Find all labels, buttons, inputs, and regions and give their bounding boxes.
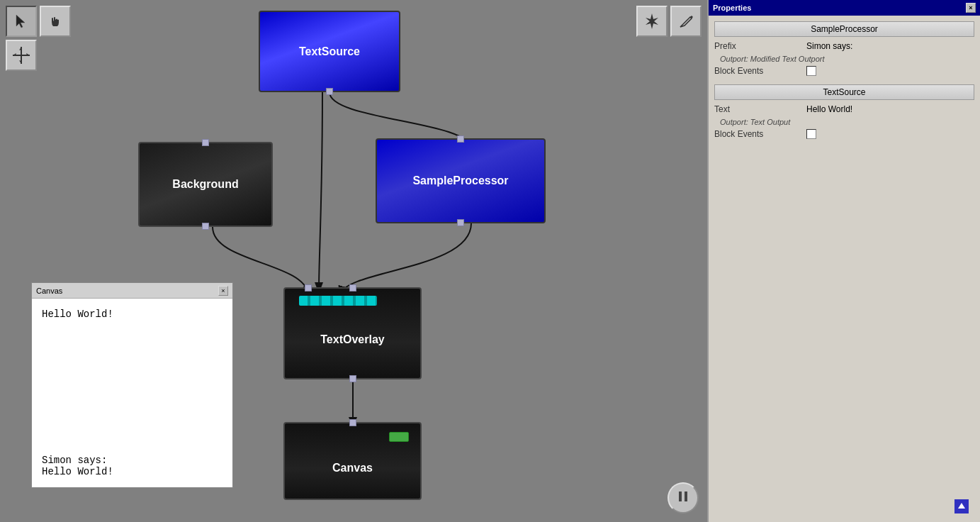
canvas-preview-close-button[interactable]: ×	[218, 286, 228, 296]
pencil-icon	[677, 13, 694, 30]
svg-marker-0	[16, 15, 25, 28]
svg-marker-7	[646, 13, 658, 29]
canvas-preview-top-text: Hello World!	[42, 309, 223, 320]
textoverlay-label: TextOverlay	[320, 333, 384, 346]
properties-titlebar: Properties ×	[709, 0, 980, 16]
select-tool-button[interactable]	[6, 6, 37, 37]
textoverlay-bottom-connector[interactable]	[349, 375, 356, 382]
svg-marker-10	[958, 503, 965, 509]
canvas-preview-content: Hello World! Simon says:Hello World!	[32, 299, 232, 487]
sampleprocessor-node[interactable]: SampleProcessor	[376, 138, 546, 223]
textoverlay-top-mid-connector[interactable]	[349, 284, 356, 291]
arrow-icon	[13, 13, 29, 29]
background-node[interactable]: Background	[138, 142, 273, 227]
canvas-preview-title-label: Canvas	[36, 287, 62, 295]
canvas-area: TextSource Background SampleProcessor Te…	[0, 0, 707, 522]
textoverlay-node[interactable]: TextOverlay	[283, 287, 422, 379]
textsource-section-header: TextSource	[714, 84, 974, 100]
canvas-label: Canvas	[332, 462, 373, 474]
canvas-green-button[interactable]	[389, 432, 409, 442]
canvas-node[interactable]: Canvas	[283, 422, 422, 500]
pencil-tool-button[interactable]	[670, 6, 702, 37]
text-row: Text Hello World!	[714, 104, 974, 114]
text-label: Text	[714, 104, 806, 114]
properties-title: Properties	[713, 4, 751, 12]
star-tool-button[interactable]	[636, 6, 668, 37]
outport-text-label: Outport: Text Output	[720, 118, 974, 126]
properties-panel: Properties × SampleProcessor Prefix Simo…	[707, 0, 980, 522]
canvas-top-connector[interactable]	[349, 419, 356, 426]
block-events-checkbox-2[interactable]	[806, 129, 816, 139]
move-tool-button[interactable]	[6, 40, 37, 71]
block-events-row-2: Block Events	[714, 129, 974, 139]
toolbar-row-2	[6, 40, 71, 71]
prefix-row: Prefix Simon says:	[714, 41, 974, 51]
sampleprocessor-top-connector[interactable]	[457, 135, 464, 143]
properties-expand-button[interactable]	[954, 499, 969, 513]
background-bottom-connector[interactable]	[202, 223, 209, 230]
svg-rect-8	[679, 492, 682, 501]
top-right-tools	[636, 6, 702, 37]
prefix-label: Prefix	[714, 41, 806, 51]
text-value: Hello World!	[806, 104, 974, 114]
crosshair-icon	[11, 45, 31, 65]
toolbar-row-1	[6, 6, 71, 37]
outport-modified-label: Outport: Modified Text Outport	[720, 55, 974, 63]
hand-icon	[47, 13, 63, 29]
toolbar	[6, 6, 71, 71]
textsource-bottom-connector[interactable]	[326, 88, 333, 95]
background-label: Background	[172, 178, 238, 191]
sampleprocessor-label: SampleProcessor	[412, 174, 508, 187]
canvas-preview-window: Canvas × Hello World! Simon says:Hello W…	[31, 282, 233, 488]
textsource-label: TextSource	[299, 45, 360, 58]
svg-rect-9	[685, 492, 687, 501]
properties-close-button[interactable]: ×	[966, 3, 976, 13]
hand-tool-button[interactable]	[40, 6, 71, 37]
expand-icon	[957, 501, 967, 511]
textoverlay-top-left-connector[interactable]	[305, 284, 312, 291]
block-events-checkbox-1[interactable]	[806, 66, 816, 76]
pause-button[interactable]	[668, 482, 699, 513]
canvas-preview-bottom-text: Simon says:Hello World!	[42, 455, 223, 477]
background-top-connector[interactable]	[202, 139, 209, 146]
block-events-label-1: Block Events	[714, 66, 806, 76]
prefix-value: Simon says:	[806, 41, 974, 51]
pause-icon	[676, 489, 690, 507]
block-events-row-1: Block Events	[714, 66, 974, 76]
star-compass-icon	[643, 12, 661, 30]
block-events-label-2: Block Events	[714, 129, 806, 139]
canvas-preview-titlebar: Canvas ×	[32, 283, 232, 299]
sampleprocessor-bottom-connector[interactable]	[457, 219, 464, 226]
properties-content: SampleProcessor Prefix Simon says: Outpo…	[709, 16, 980, 522]
textoverlay-bar	[299, 296, 377, 306]
sampleprocessor-section-header: SampleProcessor	[714, 21, 974, 37]
textsource-node[interactable]: TextSource	[259, 11, 400, 92]
